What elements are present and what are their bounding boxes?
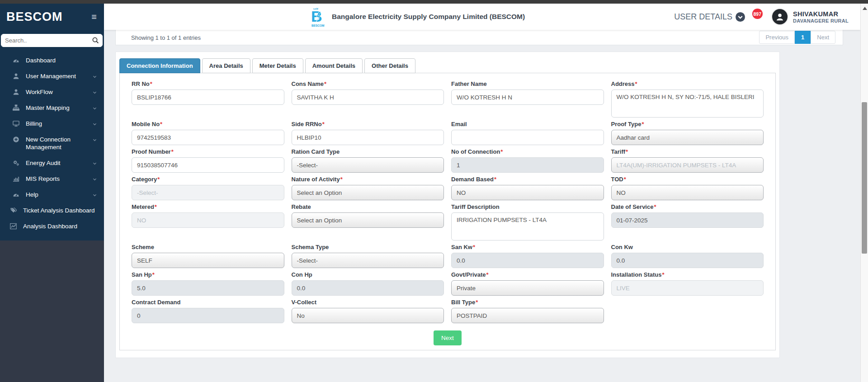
scheme-select[interactable]: SELF [132,253,284,268]
father-name-input[interactable]: W/O KOTRESH H N [451,90,604,105]
field-value: -Select- [297,257,318,264]
tariff-description-input[interactable]: IRRIGATION PUMPSETS - LT4A [451,212,604,241]
field-tariff-description: Tariff DescriptionIRRIGATION PUMPSETS - … [451,203,604,241]
govt-private-select[interactable]: Private [451,280,604,296]
required-asterisk: * [654,203,656,210]
notification-count-badge: 897 [752,9,763,19]
user-details-menu[interactable]: USER DETAILS [674,12,745,22]
sidebar-item-label: MIS Reports [26,175,90,183]
pagination-next-button[interactable]: Next [811,31,835,44]
chevron-down-icon [92,89,98,94]
sidebar-item-master-mapping[interactable]: Master Mapping [0,100,104,116]
v-collect-select[interactable]: No [292,308,444,323]
svg-text:BESCOM: BESCOM [311,24,325,27]
sidebar-item-new-connection-management[interactable]: New Connection Management [0,132,104,155]
sidebar-item-dashboard[interactable]: Dashboard [0,52,104,68]
proof-type-select[interactable]: Aadhar card [611,130,764,145]
bill-type-select[interactable]: POSTPAID [451,308,604,323]
chevron-down-icon [92,176,98,181]
field-schema-type: Schema Type-Select- [292,244,444,268]
sidebar-search-input[interactable] [1,34,103,47]
side-rrno-input[interactable]: HLBIP10 [292,130,444,145]
proof-number-input[interactable]: 915038507746 [132,157,284,173]
field-value: No [297,312,305,319]
field-govt-private: Govt/Private*Private [451,271,604,296]
field-side-rrno: Side RRNo*HLBIP10 [292,121,444,145]
field-value: BSLIP18766 [137,94,171,101]
pagination-previous-button[interactable]: Previous [759,31,795,44]
required-asterisk: * [494,176,496,183]
field-label: Govt/Private* [451,271,604,278]
field-san-kw: San Kw*0.0 [451,244,604,268]
field-label: Nature of Activity* [292,176,444,183]
required-asterisk: * [171,148,174,155]
chevron-down-circle-icon [736,12,745,22]
sidebar-item-workflow[interactable]: WorkFlow [0,84,104,100]
sidebar-item-analysis-dashboard[interactable]: Analysis Dashboard [0,218,104,234]
field-label: Side RRNo* [292,121,444,127]
next-button[interactable]: Next [434,330,462,345]
scrollbar-up-arrow-icon[interactable] [863,7,867,10]
san-hp-input: 5.0 [132,280,284,296]
sidebar-item-energy-audit[interactable]: Energy Audit [0,155,104,171]
date-of-service-input: 01-07-2025 [611,212,764,228]
schema-type-select[interactable]: -Select- [292,253,444,268]
ration-card-type-select[interactable]: -Select- [292,157,444,173]
tod-select[interactable]: NO [611,185,764,200]
sidebar-item-user-management[interactable]: User Management [0,68,104,84]
required-asterisk: * [473,244,475,250]
sidebar-item-label: Energy Audit [26,159,90,167]
field-label: Address* [611,80,764,87]
field-label: Metered* [132,203,284,210]
svg-text:B: B [311,8,322,25]
tab-other-details[interactable]: Other Details [364,58,415,73]
sidebar-item-billing[interactable]: Billing [0,116,104,132]
tab-amount-details[interactable]: Amount Details [305,58,363,73]
sidebar-item-ticket-analysis-dashboard[interactable]: Ticket Analysis Dashboard [0,203,104,218]
scrollbar-thumb[interactable] [862,102,867,254]
tab-meter-details[interactable]: Meter Details [252,58,303,73]
field-value: 5.0 [137,285,146,292]
cons-name-input[interactable]: SAVITHA K H [292,90,444,105]
demand-based-select[interactable]: NO [451,185,604,200]
field-label: Category* [132,176,284,183]
monitor-icon [13,120,20,127]
hamburger-menu-icon[interactable]: ≡ [91,12,97,21]
field-label: Bill Type* [451,299,604,306]
field-value: SAVITHA K H [297,94,334,101]
sidebar-item-help[interactable]: Help [0,187,104,203]
san-kw-input: 0.0 [451,253,604,268]
page-scrollbar[interactable] [860,4,868,382]
required-asterisk: * [340,176,343,183]
tab-connection-information[interactable]: Connection Information [119,58,200,73]
field-label: V-Collect [292,299,444,306]
user-profile[interactable]: SHIVAKUMAR DAVANAGERE RURAL [771,8,849,25]
avatar-icon [771,8,788,25]
required-asterisk: * [642,121,644,127]
email-input[interactable] [451,130,604,145]
chevron-down-icon [92,137,98,142]
pagination-page-1-button[interactable]: 1 [795,31,811,44]
metered-input: NO [132,212,284,228]
chart-line-icon [10,223,18,230]
nature-of-activity-select[interactable]: Select an Option [292,185,444,200]
field-label: Con Kw [611,244,764,250]
rebate-select[interactable]: Select an Option [292,212,444,228]
tariff-select[interactable]: LT4A(UM)-IRRIGATION PUMPSETS - LT4A [611,157,764,173]
tab-area-details[interactable]: Area Details [202,58,250,73]
sidebar-item-mis-reports[interactable]: MIS Reports [0,171,104,187]
required-asterisk: * [662,271,664,278]
required-asterisk: * [624,176,626,183]
mobile-no-input[interactable]: 9742519583 [132,130,284,145]
contract-demand-input: 0 [132,308,284,323]
rr-no-input[interactable]: BSLIP18766 [132,90,284,105]
pagination: Previous 1 Next [759,31,835,44]
chevron-down-icon [92,105,98,110]
address-input[interactable]: W/O KOTRESH H N, SY NO:-71/5, HALE BISLE… [611,90,764,118]
sitemap-icon [13,104,20,112]
field-label: Installation Status* [611,271,764,278]
results-card-footer: Showing 1 to 1 of 1 entries Previous 1 N… [115,30,843,45]
required-asterisk: * [500,148,503,155]
top-header: ಬವಕ B BESCOM Bangalore Electricity Suppl… [104,4,860,30]
field-label: Tariff Description [451,203,604,210]
